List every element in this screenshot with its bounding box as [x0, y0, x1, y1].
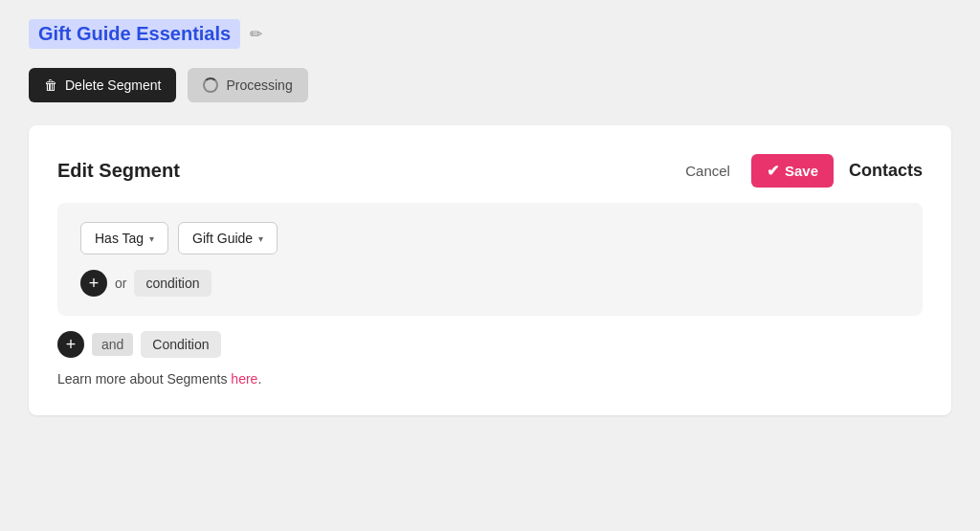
edit-icon[interactable]: ✏: [250, 25, 262, 43]
plus-icon-and: +: [66, 336, 77, 353]
check-icon: ✔: [767, 162, 779, 180]
toolbar: 🗑 Delete Segment Processing: [29, 68, 951, 102]
has-tag-dropdown[interactable]: Has Tag ▾: [80, 222, 168, 254]
segment-actions: Cancel ✔ Save Contacts: [676, 154, 923, 188]
main-container: Gift Guide Essentials ✏ 🗑 Delete Segment…: [0, 0, 980, 531]
segment-section-title: Edit Segment: [57, 160, 180, 182]
add-or-condition-button[interactable]: +: [80, 270, 107, 297]
and-condition-row: + and Condition: [57, 331, 923, 358]
and-condition-text: Condition: [141, 331, 220, 358]
trash-icon: 🗑: [44, 77, 57, 93]
spin-icon: [203, 77, 218, 93]
chevron-down-icon: ▾: [149, 233, 154, 244]
page-title: Gift Guide Essentials: [29, 19, 240, 49]
delete-segment-label: Delete Segment: [65, 77, 161, 93]
chevron-down-icon-2: ▾: [258, 233, 263, 244]
processing-button[interactable]: Processing: [188, 68, 307, 102]
learn-more-prefix: Learn more about Segments: [57, 371, 231, 387]
learn-more-suffix: .: [257, 371, 261, 387]
cancel-button[interactable]: Cancel: [676, 157, 740, 185]
save-label: Save: [785, 163, 818, 179]
has-tag-label: Has Tag: [95, 231, 144, 246]
segment-header: Edit Segment Cancel ✔ Save Contacts: [57, 154, 923, 188]
title-row: Gift Guide Essentials ✏: [29, 19, 951, 49]
and-label: and: [92, 333, 133, 356]
save-button[interactable]: ✔ Save: [751, 154, 834, 188]
edit-segment-card: Edit Segment Cancel ✔ Save Contacts Has …: [29, 125, 951, 415]
processing-label: Processing: [226, 77, 292, 93]
or-condition-text: condition: [134, 270, 211, 297]
add-and-condition-button[interactable]: +: [57, 331, 84, 358]
plus-icon: +: [89, 275, 100, 292]
learn-more-link[interactable]: here: [231, 371, 257, 387]
delete-segment-button[interactable]: 🗑 Delete Segment: [29, 68, 176, 102]
contacts-label: Contacts: [849, 161, 923, 181]
tag-value-dropdown[interactable]: Gift Guide ▾: [178, 222, 278, 254]
condition-row: Has Tag ▾ Gift Guide ▾: [80, 222, 900, 254]
learn-more-text: Learn more about Segments here.: [57, 371, 923, 387]
or-label: or: [115, 276, 126, 291]
condition-group: Has Tag ▾ Gift Guide ▾ + or condition: [57, 203, 923, 316]
tag-value-label: Gift Guide: [192, 231, 253, 246]
add-or-condition-row: + or condition: [80, 270, 900, 297]
